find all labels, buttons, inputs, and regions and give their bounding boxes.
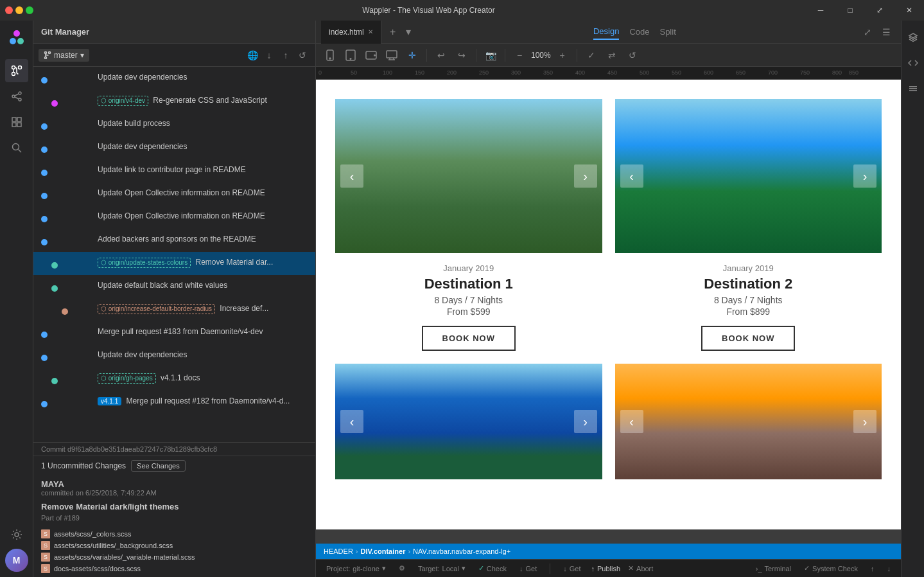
custom-size-icon[interactable]: ✛ [403, 46, 421, 64]
carousel-next-3[interactable]: › [574, 410, 597, 433]
screenshot-button[interactable]: 📷 [482, 46, 500, 64]
commit-item[interactable]: Update dev dependencies [33, 67, 315, 90]
svg-point-26 [374, 55, 376, 56]
undo-button[interactable]: ↩ [432, 46, 450, 64]
destination-card-2: ‹ › January 2019 Destination 2 8 Days / … [609, 93, 889, 357]
close-btn[interactable]: ✕ [894, 0, 924, 21]
get2-button[interactable]: ↓ Get [561, 564, 583, 574]
layers-icon[interactable] [902, 26, 925, 49]
breadcrumb-header[interactable]: HEADER [324, 547, 353, 555]
status-bar: Project: git-clone ▾ ⚙ Target: Local ▾ ✓… [316, 559, 901, 577]
svg-point-7 [12, 95, 15, 98]
desktop-icon[interactable] [383, 46, 401, 64]
menu-lines-icon[interactable] [902, 77, 925, 100]
changed-file[interactable]: S assets/scss/variables/_variable-materi… [41, 551, 308, 563]
tab-chevron-icon[interactable]: ▾ [406, 26, 411, 38]
target-selector[interactable]: Target: Local ▾ [415, 563, 468, 574]
right-sidebar [901, 21, 924, 577]
svg-point-3 [12, 66, 15, 69]
code-icon[interactable] [902, 51, 925, 75]
commit-item[interactable]: Added backers and sponsors on the README [33, 229, 315, 252]
carousel-prev-2[interactable]: ‹ [620, 164, 643, 188]
components-icon[interactable] [5, 111, 28, 134]
validate-icon[interactable]: ✓ [582, 46, 600, 64]
see-changes-button[interactable]: See Changes [131, 460, 186, 472]
destination-card-1: ‹ › January 2019 Destination 1 8 Days / … [329, 93, 609, 357]
uncommitted-bar: 1 Uncommitted Changes See Changes [33, 456, 315, 475]
commit-item[interactable]: Update build process [33, 113, 315, 136]
terminal-button[interactable]: ›_ Terminal [753, 564, 794, 574]
card-price-1: From $599 [335, 306, 602, 317]
tab-index-html[interactable]: index.html ✕ [321, 21, 381, 44]
author-info: MAYA committed on 6/25/2018, 7:49:22 AM [33, 475, 315, 499]
project-selector[interactable]: Project: git-clone ▾ [324, 563, 388, 574]
tablet-icon[interactable] [342, 46, 360, 64]
svg-rect-27 [387, 51, 397, 58]
breadcrumb-div-container[interactable]: DIV.container [361, 547, 406, 555]
publish-button[interactable]: ↑ Publish [591, 565, 620, 573]
tablet-landscape-icon[interactable] [362, 46, 380, 64]
zoom-plus-button[interactable]: + [554, 46, 571, 64]
commit-item[interactable]: v4.1.1 Merge pull request #182 from Daem… [33, 391, 315, 414]
upload-icon[interactable]: ↑ [278, 48, 293, 63]
abort-button[interactable]: ✕ Abort [628, 564, 653, 573]
carousel-next-1[interactable]: › [574, 164, 597, 188]
new-tab-button[interactable]: + [384, 23, 402, 41]
changed-file[interactable]: S assets/scss/_colors.scss [41, 528, 308, 540]
download-icon-status[interactable]: ↓ [885, 564, 894, 574]
git-panel-header: Git Manager [33, 21, 315, 44]
search-icon[interactable] [5, 136, 28, 159]
carousel-prev-4[interactable]: ‹ [620, 410, 643, 433]
code-tab[interactable]: Code [629, 24, 649, 39]
commit-list: Update dev dependencies ⬡ origin/v4-dev … [33, 67, 315, 442]
commit-item[interactable]: Update Open Collective information on RE… [33, 182, 315, 206]
redo-button[interactable]: ↪ [453, 46, 471, 64]
refresh-icon[interactable]: ↺ [295, 48, 310, 63]
carousel-next-4[interactable]: › [853, 410, 876, 433]
commit-item[interactable]: Update dev dependencies [33, 136, 315, 159]
tab-close-icon[interactable]: ✕ [368, 28, 373, 35]
commit-item[interactable]: Merge pull request #183 from Daemonite/v… [33, 321, 315, 344]
download-icon[interactable]: ↓ [261, 48, 277, 63]
book-btn-1[interactable]: BOOK NOW [422, 326, 516, 351]
menu-icon[interactable]: ☰ [878, 23, 896, 41]
get-button[interactable]: ↓ Get [517, 564, 539, 574]
changed-file[interactable]: S docs-assets/scss/docs.scss [41, 563, 308, 574]
refresh-icon[interactable]: ↺ [623, 46, 641, 64]
commit-item[interactable]: Update link to contributor page in READM… [33, 159, 315, 182]
maximize-btn[interactable]: ⤢ [865, 0, 894, 21]
settings-icon[interactable] [5, 523, 28, 546]
upload-icon-status[interactable]: ↑ [868, 564, 877, 574]
restore-btn[interactable]: □ [835, 0, 865, 21]
carousel-prev-3[interactable]: ‹ [340, 410, 363, 433]
expand-icon[interactable]: ⤢ [859, 23, 876, 41]
commit-item[interactable]: ⬡ origin/gh-pages v4.1.1 docs [33, 368, 315, 391]
git-icon[interactable] [5, 59, 28, 82]
share-icon[interactable] [5, 85, 28, 108]
commit-item[interactable]: ⬡ origin/v4-dev Re-generate CSS and Java… [33, 90, 315, 113]
secondary-toolbar: ✛ ↩ ↪ 📷 − 100% + ✓ ⇄ ↺ [316, 44, 901, 67]
design-tab[interactable]: Design [593, 24, 619, 40]
system-check-button[interactable]: ✓ System Check [801, 563, 860, 574]
check-button[interactable]: ✓ Check [476, 563, 509, 574]
commit-item-selected[interactable]: ⬡ origin/update-states-colours Remove Ma… [33, 252, 315, 275]
book-btn-2[interactable]: BOOK NOW [701, 326, 795, 351]
commit-item[interactable]: ⬡ origin/increase-default-border-radius … [33, 298, 315, 321]
avatar[interactable]: M [5, 549, 28, 572]
svg-point-19 [49, 51, 51, 53]
zoom-minus-button[interactable]: − [510, 46, 528, 64]
mobile-icon[interactable] [321, 46, 339, 64]
carousel-prev-1[interactable]: ‹ [340, 164, 363, 188]
commit-item[interactable]: Update Open Collective information on RE… [33, 206, 315, 229]
changed-file[interactable]: S assets/scss/utilities/_background.scss [41, 540, 308, 551]
settings-button[interactable]: ⚙ [396, 563, 408, 574]
sync-icon[interactable]: ⇄ [603, 46, 621, 64]
globe-icon[interactable]: 🌐 [245, 48, 260, 63]
commit-item[interactable]: Update dev dependencies [33, 344, 315, 368]
carousel-next-2[interactable]: › [853, 164, 876, 188]
split-tab[interactable]: Split [659, 24, 676, 39]
breadcrumb-nav[interactable]: NAV.navbar.navbar-expand-lg+ [413, 547, 510, 555]
minimize-btn[interactable]: ─ [806, 0, 835, 21]
branch-selector[interactable]: master ▾ [39, 49, 89, 62]
commit-item[interactable]: Update default black and white values [33, 275, 315, 298]
